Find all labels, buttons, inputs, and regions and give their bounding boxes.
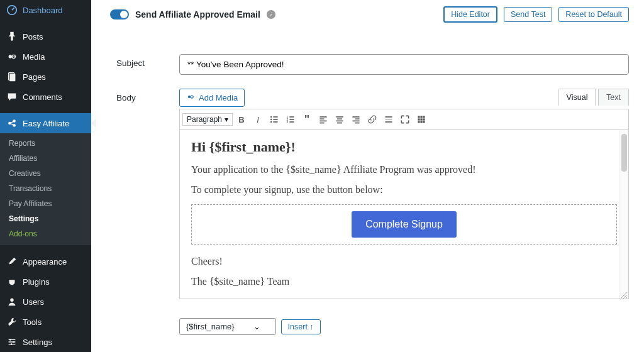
sidebar-item-posts[interactable]: Posts (0, 26, 91, 47)
svg-rect-45 (420, 118, 422, 120)
brush-icon (6, 256, 18, 267)
subject-row: Subject (116, 54, 629, 75)
plug-icon (6, 276, 18, 287)
complete-signup-button[interactable]: Complete Signup (352, 211, 457, 238)
submenu-creatives[interactable]: Creatives (0, 166, 91, 181)
add-media-label: Add Media (199, 93, 238, 102)
email-toggle-row: Send Affiliate Approved Email i Hide Edi… (110, 6, 629, 23)
svg-point-11 (11, 343, 13, 345)
editor-paragraph: Cheers! (191, 256, 617, 267)
hide-editor-button[interactable]: Hide Editor (443, 6, 497, 23)
variable-select[interactable]: {$first_name} ⌄ (179, 318, 276, 335)
sidebar-label: Dashboard (23, 6, 63, 15)
sidebar-label: Tools (23, 317, 42, 327)
blockquote-button[interactable]: " (299, 112, 314, 127)
submenu-transactions[interactable]: Transactions (0, 181, 91, 196)
align-center-button[interactable] (332, 112, 347, 127)
reset-default-button[interactable]: Reset to Default (558, 7, 629, 22)
bold-button[interactable]: B (234, 112, 249, 127)
svg-rect-36 (352, 121, 359, 122)
sidebar-label: Plugins (23, 277, 50, 287)
link-button[interactable] (365, 112, 380, 127)
svg-rect-41 (418, 116, 419, 118)
affiliate-icon (6, 118, 18, 129)
body-row: Body Add Media Visual Text Paragraph ▾ B (116, 89, 629, 299)
svg-rect-26 (319, 116, 326, 118)
send-test-button[interactable]: Send Test (504, 7, 552, 22)
media-icon (186, 92, 195, 103)
numbered-list-button[interactable]: 123 (283, 112, 298, 127)
page-icon (6, 71, 18, 82)
sidebar-item-easy-affiliate[interactable]: Easy Affiliate (0, 113, 91, 133)
svg-rect-37 (355, 123, 359, 124)
sidebar-item-appearance[interactable]: Appearance (0, 251, 91, 272)
svg-point-13 (191, 96, 193, 98)
read-more-button[interactable] (381, 112, 396, 127)
sidebar-item-settings[interactable]: Settings (0, 332, 91, 352)
svg-rect-19 (273, 121, 277, 123)
svg-rect-32 (336, 121, 343, 122)
insert-button[interactable]: Insert ↑ (281, 319, 321, 334)
sidebar-label: Media (23, 52, 45, 62)
submenu-reports[interactable]: Reports (0, 136, 91, 151)
dashboard-icon (6, 4, 18, 16)
svg-point-8 (10, 299, 13, 302)
comment-icon (6, 91, 18, 102)
subject-input[interactable] (179, 54, 629, 75)
svg-rect-49 (423, 121, 425, 123)
submenu-affiliates[interactable]: Affiliates (0, 151, 91, 166)
info-icon[interactable]: i (267, 10, 275, 19)
editor-paragraph: Your application to the {$site_name} Aff… (191, 164, 617, 175)
editor-scrollbar[interactable] (619, 130, 628, 299)
editor-heading: Hi {$first_name}! (191, 139, 617, 155)
svg-rect-35 (355, 118, 359, 119)
editor-tabs: Visual Text (558, 89, 629, 106)
submenu-addons[interactable]: Add-ons (0, 226, 91, 241)
sidebar-item-users[interactable]: Users (0, 292, 91, 312)
chevron-down-icon: ▾ (225, 115, 228, 124)
sidebar-label: Users (23, 297, 44, 307)
svg-rect-30 (336, 116, 343, 118)
sidebar-item-pages[interactable]: Pages (0, 67, 91, 87)
visual-tab[interactable]: Visual (558, 89, 596, 106)
sidebar-item-plugins[interactable]: Plugins (0, 272, 91, 292)
pin-icon (6, 31, 18, 42)
sidebar-label: Pages (23, 72, 46, 82)
sidebar-label: Settings (23, 338, 52, 347)
sidebar-item-comments[interactable]: Comments (0, 87, 91, 107)
svg-point-10 (13, 341, 14, 343)
svg-rect-33 (337, 123, 342, 124)
align-left-button[interactable] (316, 112, 331, 127)
text-tab[interactable]: Text (598, 89, 629, 106)
submenu-pay-affiliates[interactable]: Pay Affiliates (0, 196, 91, 211)
svg-text:3: 3 (287, 121, 289, 124)
sidebar-label: Posts (23, 32, 43, 41)
svg-rect-34 (352, 116, 359, 118)
toolbar-toggle-button[interactable] (414, 112, 429, 127)
svg-rect-47 (418, 121, 419, 123)
send-email-toggle[interactable] (110, 9, 129, 19)
editor-body[interactable]: Hi {$first_name}! Your application to th… (179, 130, 629, 299)
sidebar-item-media[interactable]: Media (0, 47, 91, 67)
chevron-down-icon: ⌄ (253, 322, 260, 331)
format-value: Paragraph (187, 115, 222, 124)
user-icon (6, 296, 18, 307)
svg-rect-25 (289, 121, 294, 123)
bullet-list-button[interactable] (267, 112, 282, 127)
svg-rect-21 (289, 116, 294, 118)
format-select[interactable]: Paragraph ▾ (182, 113, 233, 126)
italic-button[interactable]: I (250, 112, 265, 127)
resize-handle[interactable] (621, 291, 627, 297)
sidebar-label: Easy Affiliate (23, 119, 69, 128)
fullscreen-button[interactable] (397, 112, 413, 127)
sidebar-item-dashboard[interactable]: Dashboard (0, 0, 91, 20)
sidebar-item-tools[interactable]: Tools (0, 312, 91, 332)
toggle-label: Send Affiliate Approved Email (135, 9, 260, 19)
submenu-settings[interactable]: Settings (0, 211, 91, 226)
align-right-button[interactable] (348, 112, 364, 127)
cta-container[interactable]: Complete Signup (191, 204, 617, 245)
sliders-icon (6, 336, 18, 348)
svg-rect-43 (423, 116, 425, 118)
add-media-button[interactable]: Add Media (179, 89, 245, 107)
insert-variable-row: {$first_name} ⌄ Insert ↑ (179, 318, 629, 335)
